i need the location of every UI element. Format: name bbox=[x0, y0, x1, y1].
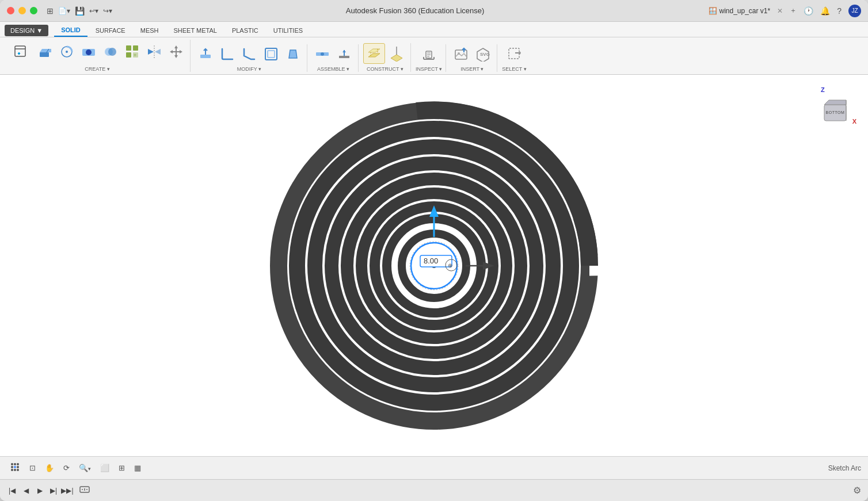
assemble-label[interactable]: ASSEMBLE ▾ bbox=[317, 65, 349, 72]
new-component-btn[interactable] bbox=[8, 40, 33, 64]
revolve-icon bbox=[59, 44, 75, 60]
chamfer-icon bbox=[241, 46, 257, 62]
timeline-next-btn[interactable]: ▶| bbox=[48, 485, 59, 496]
insert-svg-btn[interactable]: SVG bbox=[473, 44, 493, 64]
tab-mesh[interactable]: MESH bbox=[134, 25, 166, 36]
tab-plastic[interactable]: PLASTIC bbox=[225, 25, 265, 36]
clock-icon[interactable]: 🕐 bbox=[804, 6, 813, 16]
insert-image-icon bbox=[453, 46, 469, 62]
timeline-bar: |◀ ◀ ▶ ▶| ▶▶| ⚙ bbox=[0, 479, 868, 501]
svg-text:BOTTOM: BOTTOM bbox=[826, 110, 845, 114]
inspect-group: INSPECT ▾ bbox=[412, 44, 446, 72]
tab-sheet-metal[interactable]: SHEET METAL bbox=[167, 25, 224, 36]
sketch-arc-label: Sketch Arc bbox=[828, 464, 861, 472]
grid-btn[interactable]: ⊡ bbox=[26, 462, 39, 474]
timeline-prev-btn[interactable]: ◀ bbox=[21, 485, 31, 496]
chamfer-btn[interactable] bbox=[239, 44, 260, 64]
close-tab-icon[interactable]: ✕ bbox=[777, 7, 783, 15]
view-cube[interactable]: BOTTOM bbox=[820, 92, 851, 125]
grid-display-btn[interactable]: ⊞ bbox=[116, 462, 128, 474]
hole-btn[interactable] bbox=[78, 42, 99, 62]
minimize-button[interactable] bbox=[18, 7, 26, 14]
midplane-btn[interactable] bbox=[386, 44, 407, 63]
svg-point-66 bbox=[14, 466, 16, 468]
new-component-icon bbox=[10, 41, 31, 62]
ground-icon bbox=[336, 46, 352, 62]
tab-title-label: 🪟 wind_up_car v1* bbox=[709, 7, 770, 15]
svg-point-65 bbox=[11, 466, 13, 468]
joint-btn[interactable] bbox=[312, 44, 333, 64]
file-menu[interactable]: 📄▾ bbox=[58, 7, 70, 15]
close-button[interactable] bbox=[7, 7, 14, 14]
draft-icon bbox=[285, 46, 301, 62]
snap-tool-btn[interactable] bbox=[7, 460, 23, 476]
zoom-btn[interactable]: 🔍▾ bbox=[76, 462, 94, 474]
svg-rect-18 bbox=[268, 51, 275, 58]
undo-button[interactable]: ↩▾ bbox=[89, 7, 98, 15]
insert-group: SVG INSERT ▾ bbox=[447, 44, 497, 72]
orbit-btn[interactable]: ⟳ bbox=[60, 462, 73, 474]
move-btn[interactable] bbox=[166, 42, 186, 62]
ground-btn[interactable] bbox=[334, 44, 355, 64]
svg-point-67 bbox=[17, 466, 19, 468]
svg-rect-12 bbox=[126, 52, 131, 58]
user-avatar[interactable]: JZ bbox=[848, 5, 861, 17]
alarm-icon[interactable]: 🔔 bbox=[820, 6, 830, 16]
offset-plane-btn[interactable] bbox=[363, 43, 385, 64]
draft-btn[interactable] bbox=[283, 44, 303, 64]
measure-btn[interactable] bbox=[418, 44, 439, 64]
select-buttons bbox=[504, 44, 525, 64]
redo-button[interactable]: ↪▾ bbox=[103, 7, 112, 15]
timeline-start-btn[interactable]: |◀ bbox=[7, 485, 17, 496]
viewport[interactable]: 8.00 ⊕ Z bbox=[0, 75, 868, 456]
save-button[interactable]: 💾 bbox=[75, 6, 85, 16]
insert-label[interactable]: INSERT ▾ bbox=[460, 65, 484, 72]
assemble-group: ASSEMBLE ▾ bbox=[309, 44, 359, 72]
design-dropdown[interactable]: DESIGN ▼ bbox=[5, 25, 48, 36]
svg-rect-0 bbox=[15, 46, 25, 56]
svg-text:⊕: ⊕ bbox=[448, 262, 452, 269]
title-bar-right: 🪟 wind_up_car v1* ✕ ＋ 🕐 🔔 ? JZ bbox=[709, 5, 861, 17]
ribbon-tools: + bbox=[0, 37, 868, 74]
insert-image-btn[interactable] bbox=[451, 44, 471, 64]
status-tools: ⊡ ✋ ⟳ 🔍▾ ⬜ ⊞ ▦ bbox=[7, 460, 144, 476]
offset-plane-icon bbox=[366, 45, 382, 62]
construct-label[interactable]: CONSTRUCT ▾ bbox=[367, 65, 403, 72]
svg-point-68 bbox=[11, 469, 13, 471]
settings-icon[interactable]: ⚙ bbox=[853, 485, 861, 495]
assemble-buttons bbox=[312, 44, 355, 64]
view-options-btn[interactable]: ▦ bbox=[131, 462, 144, 474]
mirror-icon bbox=[146, 44, 162, 60]
shell-btn[interactable] bbox=[261, 44, 281, 64]
help-icon[interactable]: ? bbox=[837, 6, 842, 16]
extrude-btn[interactable] bbox=[35, 42, 55, 62]
timeline-end-btn[interactable]: ▶▶| bbox=[62, 485, 73, 496]
add-tab-icon[interactable]: ＋ bbox=[790, 6, 797, 16]
modify-label[interactable]: MODIFY ▾ bbox=[237, 65, 261, 72]
timeline-play-btn[interactable]: ▶ bbox=[35, 485, 45, 496]
maximize-button[interactable] bbox=[30, 7, 37, 14]
fillet-btn[interactable] bbox=[217, 44, 238, 64]
x-axis-label: X bbox=[852, 118, 856, 125]
move-icon bbox=[168, 44, 184, 60]
pan-btn[interactable]: ✋ bbox=[42, 462, 57, 474]
grid-icon[interactable]: ⊞ bbox=[47, 6, 54, 16]
pattern-btn[interactable]: + bbox=[122, 42, 143, 62]
tab-solid[interactable]: SOLID bbox=[54, 24, 87, 37]
select-label[interactable]: SELECT ▾ bbox=[502, 65, 526, 72]
select-btn[interactable] bbox=[504, 44, 525, 64]
revolve-btn[interactable] bbox=[56, 42, 77, 62]
mirror-btn[interactable] bbox=[144, 42, 165, 62]
combine-btn[interactable] bbox=[100, 42, 121, 62]
inspect-buttons bbox=[418, 44, 439, 64]
joint-icon bbox=[314, 46, 330, 62]
tab-surface[interactable]: SURFACE bbox=[89, 25, 132, 36]
tab-utilities[interactable]: UTILITIES bbox=[267, 25, 310, 36]
fillet-icon bbox=[219, 46, 235, 62]
timeline-icon[interactable] bbox=[79, 484, 90, 496]
press-pull-btn[interactable] bbox=[195, 44, 216, 64]
svg-rect-2 bbox=[40, 52, 49, 57]
inspect-label[interactable]: INSPECT ▾ bbox=[416, 65, 442, 72]
display-mode-btn[interactable]: ⬜ bbox=[97, 462, 112, 474]
create-label[interactable]: CREATE ▾ bbox=[85, 65, 109, 72]
